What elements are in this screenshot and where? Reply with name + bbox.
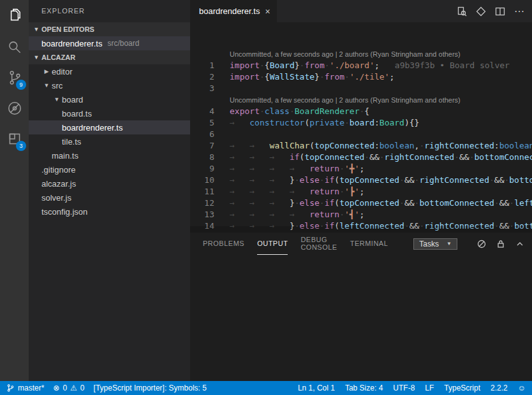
warning-count: 0 <box>80 384 85 392</box>
code-line-3: 3 <box>190 83 532 94</box>
cursor-position[interactable]: Ln 1, Col 1 <box>298 384 335 392</box>
tab-whitespace-arrow: → <box>230 198 249 209</box>
feedback-smiley-icon[interactable]: ☺ <box>518 384 526 392</box>
line-content[interactable]: →→→}·else·if(topConnected·&&·bottomConne… <box>230 198 532 209</box>
line-content[interactable]: →constructor(private·board:Board){} <box>230 117 532 129</box>
language-indicator[interactable]: TypeScript <box>444 384 480 392</box>
tree-item-label: solver.js <box>41 193 71 203</box>
codelens-annotation[interactable]: Uncommitted, a few seconds ago | 2 autho… <box>190 94 532 106</box>
error-count: 0 <box>63 384 67 392</box>
tab-whitespace-arrow: → <box>249 175 269 186</box>
line-content[interactable]: →→→→return·'┣'; <box>230 186 532 198</box>
tree-item-editor[interactable]: ▶editor <box>29 64 190 78</box>
line-content[interactable]: →→→}·else·if(topConnected·&&·rightConnec… <box>230 175 532 186</box>
code-line-6: 6 <box>190 129 532 140</box>
tab-boardrenderer[interactable]: boardrenderer.ts × <box>190 0 277 22</box>
explorer-icon[interactable] <box>0 1 29 32</box>
tab-size-indicator[interactable]: Tab Size: 4 <box>345 384 383 392</box>
tree-item-solver.js[interactable]: solver.js <box>29 190 190 205</box>
tab-whitespace-arrow: → <box>230 117 249 129</box>
tree-item-board[interactable]: ▼board <box>29 92 190 106</box>
tab-whitespace-arrow: → <box>230 163 249 175</box>
chevron-right-icon: ▶ <box>41 68 52 75</box>
line-number: 8 <box>190 152 230 163</box>
tree-item-boardrenderer.ts[interactable]: boardrenderer.ts <box>29 120 190 134</box>
chevron-up-icon[interactable] <box>515 239 525 249</box>
codelens-annotation[interactable]: Uncommitted, a few seconds ago | 2 autho… <box>190 48 532 60</box>
line-number: 13 <box>190 209 230 220</box>
problems-status[interactable]: ⊗ 0 ⚠ 0 <box>53 384 84 392</box>
line-number: 12 <box>190 198 230 209</box>
code-lines: Uncommitted, a few seconds ago | 2 autho… <box>190 45 532 233</box>
chevron-down-icon: ▼ <box>447 241 452 247</box>
ts-version-indicator[interactable]: 2.2.2 <box>491 384 508 392</box>
search-icon[interactable] <box>0 32 29 62</box>
debug-icon[interactable] <box>0 93 29 124</box>
tab-whitespace-arrow: → <box>270 198 290 209</box>
ts-importer-status[interactable]: [TypeScript Importer]: Symbols: 5 <box>94 384 207 392</box>
vscode-window: 9 3 EXPLORER ▼ OPEN E <box>0 0 532 395</box>
tab-output[interactable]: OUTPUT <box>257 233 288 255</box>
tab-whitespace-arrow: → <box>270 186 290 198</box>
editor-group: boardrenderer.ts × <box>190 0 532 381</box>
split-editor-icon[interactable] <box>495 6 505 17</box>
tree-item-alcazar.js[interactable]: alcazar.js <box>29 176 190 190</box>
open-editor-item[interactable]: boardrenderer.ts src/board <box>29 36 190 50</box>
tab-whitespace-arrow: → <box>290 209 309 220</box>
output-channel-select[interactable]: Tasks ▼ <box>413 238 457 250</box>
git-branch-status[interactable]: master* <box>6 384 44 392</box>
chevron-down-icon: ▼ <box>31 54 41 61</box>
eol-indicator[interactable]: LF <box>425 384 434 392</box>
chevron-down-icon: ▼ <box>52 96 62 103</box>
scroll-lock-icon[interactable] <box>496 239 506 249</box>
tree-item-src[interactable]: ▼src <box>29 78 190 92</box>
close-icon[interactable]: × <box>265 7 270 16</box>
extensions-icon[interactable]: 3 <box>0 124 29 154</box>
tab-terminal[interactable]: TERMINAL <box>350 233 388 255</box>
tree-item-main.ts[interactable]: main.ts <box>29 148 190 162</box>
line-number: 1 <box>190 60 230 71</box>
doc-search-icon[interactable] <box>457 6 467 17</box>
line-number: 7 <box>190 140 230 152</box>
encoding-indicator[interactable]: UTF-8 <box>393 384 415 392</box>
tree-item-board.ts[interactable]: board.ts <box>29 106 190 120</box>
chevron-down-icon: ▼ <box>31 26 41 32</box>
line-number: 10 <box>190 175 230 186</box>
line-content[interactable] <box>230 129 532 140</box>
line-content[interactable]: →→→→return·'┫'; <box>230 209 532 220</box>
error-icon: ⊗ <box>53 384 59 392</box>
more-actions-icon[interactable]: ⋯ <box>514 5 524 17</box>
tab-problems[interactable]: PROBLEMS <box>203 233 244 255</box>
line-content[interactable]: →→→if(topConnected·&&·rightConnected·&&·… <box>230 152 532 163</box>
open-editors-header[interactable]: ▼ OPEN EDITORS <box>29 22 190 36</box>
extensions-badge: 3 <box>16 141 26 151</box>
panel-actions <box>477 239 525 249</box>
code-editor[interactable]: Uncommitted, a few seconds ago | 2 autho… <box>190 22 532 233</box>
line-content[interactable]: →→→→return·'╋'; <box>230 163 532 175</box>
tab-whitespace-arrow: → <box>249 186 269 198</box>
main-area: 9 3 EXPLORER ▼ OPEN E <box>0 0 532 381</box>
clear-output-icon[interactable] <box>477 239 487 249</box>
line-content[interactable] <box>230 83 532 94</box>
line-content[interactable]: import·{Board}·from·'./board';a9b39f3b •… <box>230 60 532 71</box>
git-compare-icon[interactable] <box>476 6 486 17</box>
tree-item-tsconfig.json[interactable]: tsconfig.json <box>29 205 190 219</box>
tree-item-.gitignore[interactable]: .gitignore <box>29 162 190 176</box>
tree-item-tile.ts[interactable]: tile.ts <box>29 134 190 148</box>
files-icon <box>6 8 23 25</box>
output-content[interactable] <box>190 255 532 381</box>
tab-debug-console[interactable]: DEBUG CONSOLE <box>300 233 337 255</box>
no-bug-icon <box>6 100 23 117</box>
tree-item-label: tsconfig.json <box>41 207 87 217</box>
tab-label: boardrenderer.ts <box>199 6 260 16</box>
horizontal-scrollbar[interactable] <box>190 226 532 233</box>
source-control-icon[interactable]: 9 <box>0 62 29 93</box>
line-content[interactable]: →→wallChar(topConnected:boolean,·rightCo… <box>230 140 532 152</box>
tab-whitespace-arrow: → <box>270 209 290 220</box>
line-content[interactable]: import·{WallState}·from·'./tile'; <box>230 71 532 83</box>
line-content[interactable]: export·class·BoardRenderer·{ <box>230 106 532 117</box>
code-line-7: 7→→wallChar(topConnected:boolean,·rightC… <box>190 140 532 152</box>
sidebar-title: EXPLORER <box>29 0 190 22</box>
code-line-13: 13→→→→return·'┫'; <box>190 209 532 220</box>
folder-section-header[interactable]: ▼ ALCAZAR <box>29 50 190 64</box>
